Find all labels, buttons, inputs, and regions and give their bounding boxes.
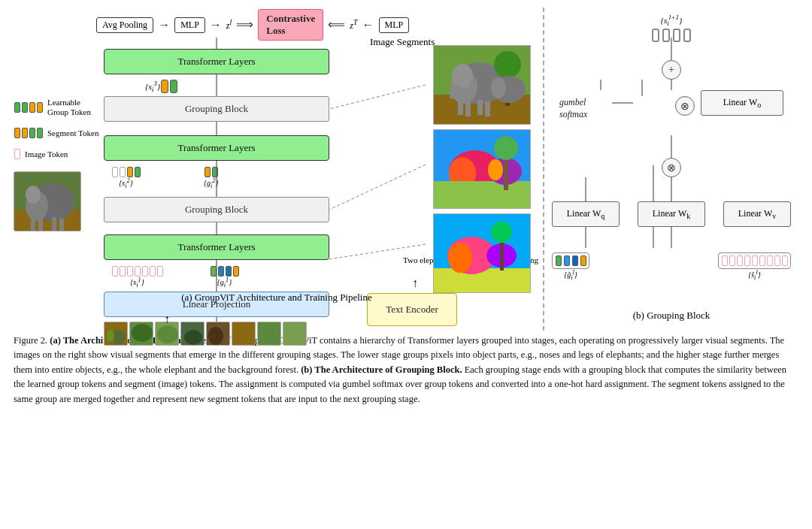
token-g1-dkblue [226,266,232,277]
g-hat-blue [564,255,570,266]
image-segments-label: Image Segments [370,36,435,48]
main-container: Avg Pooling → MLP → zl ⟹ ContrastiveLoss… [0,0,812,529]
grouping-block-label: (b) Grouping Block [544,310,798,322]
legend-seg-orange [14,128,20,138]
svg-point-9 [184,330,202,345]
s-hat-tokens: {ŝil} [718,252,791,281]
svg-line-53 [329,165,426,210]
token-img-s1-7 [157,266,163,277]
s-hat-5 [752,255,758,266]
svg-rect-13 [258,322,281,346]
right-panel: {sil+1} + Linear Wo gumbel softmax [543,8,798,331]
token-img-s1-1 [112,266,118,277]
legend-learnable: LearnableGroup Token [14,98,98,117]
s-hat-3 [737,255,743,266]
token-row-s3: {si3} [145,80,178,93]
g-hat-green [556,255,562,266]
linear-wo-label: Linear Wo [723,97,761,109]
token-img-s1-4 [135,266,141,277]
s-hat-7 [767,255,773,266]
svg-rect-29 [465,101,471,116]
svg-point-51 [491,222,512,243]
g2-label: {gi2} [204,177,219,189]
caption-bold-b: (b) The Architecture of Grouping Block. [298,364,462,375]
transformer-layers-2: Transformer Layers [104,135,329,161]
g-hat-tokens: {ĝil} [552,252,589,281]
legend-image-label: Image Token [25,150,68,159]
s-hat-label: {ŝil} [748,269,761,281]
svg-rect-3 [112,339,114,345]
arrow-5: ← [362,19,374,31]
svg-point-42 [488,159,503,180]
svg-rect-30 [477,100,483,115]
linear-wk-box: Linear Wk [638,201,705,227]
svg-line-52 [329,85,426,109]
transformer-layers-3: Transformer Layers [104,234,329,260]
token-g1-blue [218,266,224,277]
contrastive-loss-box: ContrastiveLoss [258,9,323,41]
arrow-2: → [210,19,222,31]
linear-wq-box: Linear Wq [552,201,620,227]
token-orange-1 [161,80,168,93]
token-green-2 [135,167,141,177]
s1-label: {si1} [130,277,144,289]
gumbel-softmax-label: gumbel softmax [559,96,587,120]
s-hat-6 [759,255,765,266]
token-img-s1-5 [142,266,148,277]
arrow-up-text: ↑ [412,277,418,290]
g-hat-orange [580,255,586,266]
mlp-left-box: MLP [174,17,205,33]
linear-wv-label: Linear Wv [738,208,776,220]
avg-pooling-box: Avg Pooling [96,17,153,33]
arch-label: (a) GroupViT Architecture and Training P… [14,292,540,304]
svg-point-5 [132,324,153,342]
s3-label: {si3} [145,80,160,93]
transformer-layers-1: Transformer Layers [104,49,329,74]
s2-label: {si2} [119,177,132,189]
arrow-1: → [158,19,170,31]
seg-img-1 [433,45,531,125]
token-row-s2g2: {si2} {gi2} [111,167,219,189]
linear-wq-label: Linear Wq [567,208,604,220]
svg-point-36 [491,77,506,98]
figure-num: Figure 2. [14,335,47,346]
image-strip [104,322,307,346]
token-orange-2 [127,167,133,177]
token-img-2 [120,167,126,177]
svg-point-48 [448,243,472,273]
legend-token-green2 [22,102,28,113]
g-hat-label: {ĝil} [564,269,577,281]
svg-rect-20 [38,219,43,231]
token-img-s1-2 [120,266,126,277]
segment-images [433,45,531,293]
legend-img-token [14,149,20,159]
grouping-block-1: Grouping Block [104,96,329,122]
token-g1-orange [233,266,239,277]
token-g1-teal [211,266,217,277]
out-token-3 [673,29,680,42]
svg-rect-12 [232,322,256,346]
svg-rect-14 [283,322,307,346]
legend: LearnableGroup Token Segment Token [14,98,98,231]
legend-seg-orange2 [22,128,28,138]
token-img-s1-6 [150,266,156,277]
g-hat-dkblue [572,255,578,266]
token-img-1 [112,167,118,177]
left-panel: Avg Pooling → MLP → zl ⟹ ContrastiveLoss… [14,8,540,331]
svg-point-44 [494,136,518,160]
legend-learnable-label: LearnableGroup Token [47,98,91,117]
s-hat-2 [729,255,735,266]
elephant-thumbnail [14,171,81,231]
arrow-4: ⟸ [328,19,345,31]
grouping-block-2: Grouping Block [104,197,329,222]
top-token-label: {sil+1} [661,14,683,27]
svg-rect-31 [485,101,490,116]
s-hat-9 [782,255,788,266]
svg-rect-40 [434,181,531,209]
svg-rect-21 [52,217,56,231]
legend-segment: Segment Token [14,128,98,138]
legend-image: Image Token [14,149,98,159]
out-token-1 [652,29,659,42]
token-g2-green [212,167,218,177]
svg-rect-19 [31,217,35,231]
